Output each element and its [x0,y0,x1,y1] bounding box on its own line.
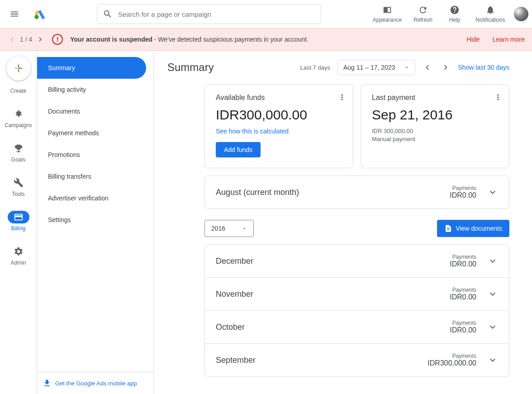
date-range-selector[interactable]: Aug 11 – 17, 2023 [337,60,415,75]
date-range-label: Last 7 days [300,64,330,71]
chevron-down-icon [487,322,498,332]
sidenav-billing-transfers[interactable]: Billing transfers [37,166,153,187]
sidenav-summary[interactable]: Summary [37,57,146,79]
payments-amount: IDR300,000.00 [428,359,476,367]
month-row-current[interactable]: August (current month) Payments IDR0.00 [205,176,509,209]
rail-tools[interactable]: Tools [0,170,37,204]
month-row[interactable]: SeptemberPaymentsIDR300,000.00 [205,343,509,376]
card-menu-button[interactable] [494,93,503,102]
menu-button[interactable] [4,3,25,25]
search-box[interactable] [97,4,321,24]
month-name: December [216,256,253,266]
document-icon [444,224,452,233]
appearance-icon [382,5,392,15]
more-vert-icon [494,93,503,102]
tools-icon [14,178,24,188]
more-vert-icon [337,93,347,102]
alert-banner: 1 / 4 ! Your account is suspended - We'v… [0,28,532,51]
month-name: November [216,290,253,299]
chevron-down-icon [487,187,498,198]
billing-sidenav: Summary Billing activity Documents Payme… [37,51,154,394]
month-name: September [216,356,256,365]
last-payment-label: Last payment [372,94,498,102]
available-funds-card: Available funds IDR300,000.00 See how th… [204,84,353,168]
chevron-down-icon [487,289,498,299]
page-title: Summary [167,61,214,74]
alert-exclamation-icon: ! [52,34,63,45]
payments-label: Payments [452,287,476,293]
sidenav-settings[interactable]: Settings [37,209,153,231]
sidenav-billing-activity[interactable]: Billing activity [37,79,153,100]
payments-amount: IDR0.00 [450,326,476,334]
months-list: DecemberPaymentsIDR0.00NovemberPaymentsI… [204,244,509,377]
month-row[interactable]: NovemberPaymentsIDR0.00 [205,277,509,310]
add-funds-button[interactable]: Add funds [216,142,261,157]
last-payment-card: Last payment Sep 21, 2016 IDR 300,000.00… [361,84,509,168]
download-icon [43,379,52,388]
show-last-30-link[interactable]: Show last 30 days [458,64,509,71]
refresh-button[interactable]: Refresh [407,5,439,23]
sidenav-promotions[interactable]: Promotions [37,144,153,166]
sidenav-advertiser-verification[interactable]: Advertiser verification [37,187,153,209]
help-button[interactable]: Help [439,5,470,23]
chevron-down-icon [487,355,498,366]
mobile-app-link[interactable]: Get the Google Ads mobile app [37,372,153,394]
alert-counter: 1 / 4 [20,36,32,43]
rail-create: Create [0,81,37,100]
date-prev-icon[interactable] [423,62,432,72]
rail-billing[interactable]: Billing [0,204,37,238]
alert-learn-more-link[interactable]: Learn more [492,36,525,43]
credit-card-icon [14,212,24,222]
funds-label: Available funds [216,94,342,102]
last-payment-date: Sep 21, 2016 [372,107,498,123]
main-content: Summary Last 7 days Aug 11 – 17, 2023 Sh… [154,51,532,394]
month-row[interactable]: DecemberPaymentsIDR0.00 [205,245,509,277]
plus-icon [12,62,25,75]
alert-hide-link[interactable]: Hide [467,36,480,43]
payments-amount: IDR0.00 [450,293,476,301]
bell-icon [485,5,495,15]
payments-label: Payments [452,254,476,260]
month-name: October [216,323,245,332]
funds-amount: IDR300,000.00 [216,107,342,123]
funds-calc-link[interactable]: See how this is calculated [216,128,289,135]
year-selector[interactable]: 2016 [204,220,254,237]
svg-point-0 [34,15,39,19]
google-ads-logo[interactable] [29,8,51,20]
sidenav-documents[interactable]: Documents [37,100,153,122]
dropdown-icon [404,65,409,70]
view-documents-button[interactable]: View documents [437,220,509,237]
payments-label: Payments [452,353,476,359]
gear-icon [14,247,24,256]
create-button[interactable] [6,56,31,81]
help-icon [450,5,460,15]
last-payment-amount: IDR 300,000.00 [372,127,498,135]
payments-label: Payments [452,320,476,326]
search-input[interactable] [118,10,315,18]
account-avatar[interactable] [514,7,528,21]
sidenav-payment-methods[interactable]: Payment methods [37,122,153,144]
current-month-card: August (current month) Payments IDR0.00 [204,176,509,209]
rail-admin[interactable]: Admin [0,239,37,272]
month-row[interactable]: OctoberPaymentsIDR0.00 [205,310,509,343]
alert-next-icon[interactable] [36,35,45,44]
payments-amount: IDR0.00 [450,260,476,268]
rail-goals[interactable]: Goals [0,136,37,169]
trophy-icon [14,143,24,153]
chevron-down-icon [487,256,498,266]
ads-logo-icon [34,8,46,20]
megaphone-icon [14,109,24,119]
alert-prev-icon[interactable] [7,35,16,44]
notifications-button[interactable]: Notifications [470,5,510,23]
card-menu-button[interactable] [337,93,347,102]
left-rail: Create Campaigns Goals Tools Billing Adm… [0,51,37,394]
last-payment-method: Manual payment [372,135,498,143]
rail-campaigns[interactable]: Campaigns [0,101,37,135]
appearance-button[interactable]: Appearance [367,5,407,23]
date-next-icon[interactable] [441,62,451,72]
dropdown-icon [242,226,247,231]
app-header: Appearance Refresh Help Notifications [0,0,532,28]
refresh-icon [418,5,428,15]
alert-message: Your account is suspended - We've detect… [70,36,309,43]
hamburger-icon [10,9,19,19]
